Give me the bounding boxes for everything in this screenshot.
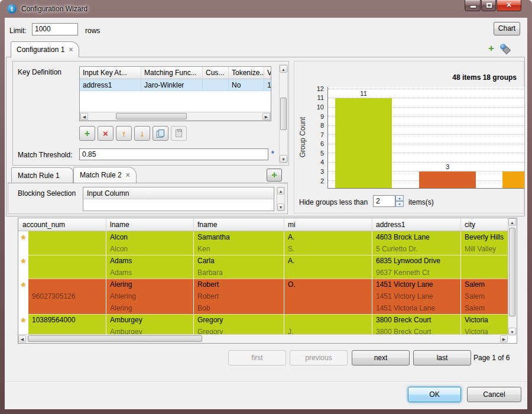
swap-configuration-icon[interactable] xyxy=(499,44,510,53)
move-down-button[interactable]: ↓ xyxy=(134,126,150,141)
table-row[interactable]: AdamsBarbara9637 Kenneth Ct xyxy=(18,267,508,279)
tab-match-rule-1[interactable]: Match Rule 1 xyxy=(11,167,73,183)
cell: 4603 Brock Lane xyxy=(372,231,461,243)
tab-close-icon[interactable]: × xyxy=(126,172,130,178)
key-definition-cell: No xyxy=(229,79,264,90)
chart-button[interactable]: Chart xyxy=(494,22,520,35)
scroll-right-icon[interactable]: ▶ xyxy=(500,335,508,342)
first-page-button[interactable]: first xyxy=(228,350,286,366)
scroll-up-icon[interactable]: ▲ xyxy=(277,187,284,195)
cell: Amburgey xyxy=(106,326,194,334)
cell xyxy=(284,267,372,279)
results-vscrollbar[interactable]: ▲ ▼ xyxy=(508,218,517,335)
row-gutter xyxy=(18,290,28,302)
page-indicator: Page 1 of 6 xyxy=(473,354,510,362)
key-definition-vscrollbar[interactable]: ▲ ▼ xyxy=(279,64,288,163)
paste-button[interactable] xyxy=(171,126,187,141)
scroll-down-icon[interactable]: ▼ xyxy=(508,328,516,335)
input-column-header[interactable]: Input Column xyxy=(83,187,274,199)
table-row[interactable]: AlconKenS.5 Curletto Dr.Mill Valley xyxy=(18,243,508,255)
results-column-header[interactable]: lname xyxy=(106,218,194,231)
limit-input[interactable]: 1000 xyxy=(32,23,78,35)
scroll-up-icon[interactable]: ▲ xyxy=(508,218,516,226)
scroll-right-icon[interactable]: ▶ xyxy=(262,113,270,120)
row-gutter: ★ xyxy=(18,255,28,267)
hscroll-thumb[interactable] xyxy=(116,113,187,119)
hide-groups-spinner-input[interactable]: 2 xyxy=(373,195,395,207)
window-title: Configuration Wizard xyxy=(21,5,87,13)
key-definition-column-header[interactable]: Cus... xyxy=(203,67,229,79)
cell: Adams xyxy=(106,255,194,267)
spinner-up-icon[interactable]: ▲ xyxy=(395,195,404,201)
results-hscrollbar[interactable]: ◀ ▶ xyxy=(18,334,508,343)
maximize-button[interactable] xyxy=(481,0,496,11)
spinner-down-icon[interactable]: ▼ xyxy=(395,201,404,207)
vscroll-thumb[interactable] xyxy=(509,228,515,316)
key-definition-selected-row[interactable]: address1Jaro-WinklerNo1 xyxy=(80,79,271,91)
add-match-rule-button[interactable]: + xyxy=(267,169,282,182)
scroll-left-icon[interactable]: ◀ xyxy=(80,113,88,120)
cell: Alcon xyxy=(106,243,194,255)
add-key-button[interactable]: + xyxy=(79,126,95,141)
ok-button[interactable]: OK xyxy=(408,387,461,402)
results-column-header[interactable]: mi xyxy=(284,218,372,231)
match-threshold-label: Match Threshold: xyxy=(18,151,73,159)
key-definition-column-header[interactable]: Input Key At... xyxy=(80,67,141,79)
delete-key-button[interactable]: × xyxy=(98,126,113,141)
row-gutter xyxy=(18,267,28,279)
row-gutter: ★ xyxy=(18,279,28,290)
cell: Samantha xyxy=(194,231,284,243)
results-column-header[interactable]: account_num xyxy=(18,218,106,231)
scroll-down-icon[interactable]: ▼ xyxy=(280,155,287,163)
cancel-button[interactable]: Cancel xyxy=(467,387,521,402)
y-axis-tick-label: 7 xyxy=(310,131,324,138)
table-row[interactable]: ★AleringRobertO.1451 Victory LaneSalem xyxy=(18,279,508,290)
results-table: account_numlnamefnamemiaddress1city ★Alc… xyxy=(18,218,517,344)
blocking-selection-table[interactable]: Input Column xyxy=(83,187,274,211)
key-definition-column-header[interactable]: Matching Func... xyxy=(141,67,203,79)
key-definition-table[interactable]: Input Key At...Matching Func...Cus...Tok… xyxy=(79,66,271,121)
copy-button[interactable] xyxy=(153,126,168,141)
tab-match-rule-2[interactable]: Match Rule 2 × xyxy=(73,167,137,183)
table-row[interactable]: AmburgeyGregoryJ.3800 Breck CourtVictori… xyxy=(18,326,508,334)
tab-close-icon[interactable]: × xyxy=(69,47,73,53)
arrow-up-icon: ↑ xyxy=(122,129,126,138)
titlebar[interactable]: t Configuration Wizard × xyxy=(0,0,532,18)
previous-page-button[interactable]: previous xyxy=(290,350,348,366)
blocking-selection-label: Blocking Selection xyxy=(18,189,76,198)
table-row[interactable]: ★10389564000AmburgeyGregory3800 Breck Co… xyxy=(18,314,508,326)
table-row[interactable]: 96027305126AhleringRobert1451 Victory La… xyxy=(18,290,508,302)
scroll-left-icon[interactable]: ◀ xyxy=(18,335,26,342)
cell: 1451 Victory Lane xyxy=(372,290,461,302)
results-column-header[interactable]: fname xyxy=(194,218,284,231)
cell: Mill Valley xyxy=(461,243,508,255)
scroll-down-icon[interactable]: ▼ xyxy=(277,203,284,211)
chart-panel: 48 items 18 groups Group Count 1133 Hide… xyxy=(294,61,524,214)
tab-configuration-1[interactable]: Configuration 1 × xyxy=(11,41,79,57)
y-axis-tick-label: 6 xyxy=(310,140,324,147)
chart-bar xyxy=(502,172,524,188)
add-configuration-icon[interactable]: + xyxy=(488,44,494,53)
cell: J. xyxy=(284,326,372,334)
hscroll-thumb[interactable] xyxy=(28,335,202,342)
key-definition-column-header[interactable]: V xyxy=(264,67,271,79)
last-page-button[interactable]: last xyxy=(413,350,471,366)
key-definition-cell: Jaro-Winkler xyxy=(141,79,203,90)
match-threshold-input[interactable]: 0.85 xyxy=(79,148,268,160)
vscroll-thumb[interactable] xyxy=(280,98,287,130)
minimize-button[interactable] xyxy=(465,0,481,11)
table-row[interactable]: AleringBob1451 Victoria LaneSalem xyxy=(18,302,508,314)
table-row[interactable]: ★AlconSamanthaA.4603 Brock LaneBeverly H… xyxy=(18,231,508,243)
key-definition-column-header[interactable]: Tokenize... xyxy=(229,67,264,79)
blocking-selection-scrollbar[interactable]: ▲ ▼ xyxy=(277,187,285,211)
configuration-tab-body: Key Definition Input Key At...Matching F… xyxy=(6,57,525,216)
scroll-up-icon[interactable]: ▲ xyxy=(280,65,287,73)
next-page-button[interactable]: next xyxy=(352,350,410,366)
table-row[interactable]: ★AdamsCarlaA.6835 Lynwood Drive xyxy=(18,255,508,267)
move-up-button[interactable]: ↑ xyxy=(116,126,132,141)
tab-label: Match Rule 1 xyxy=(18,172,60,180)
results-column-header[interactable]: address1 xyxy=(372,218,461,231)
cell: Robert xyxy=(194,279,284,290)
key-definition-hscrollbar[interactable]: ◀ ▶ xyxy=(80,112,271,121)
close-button[interactable]: × xyxy=(497,0,521,11)
